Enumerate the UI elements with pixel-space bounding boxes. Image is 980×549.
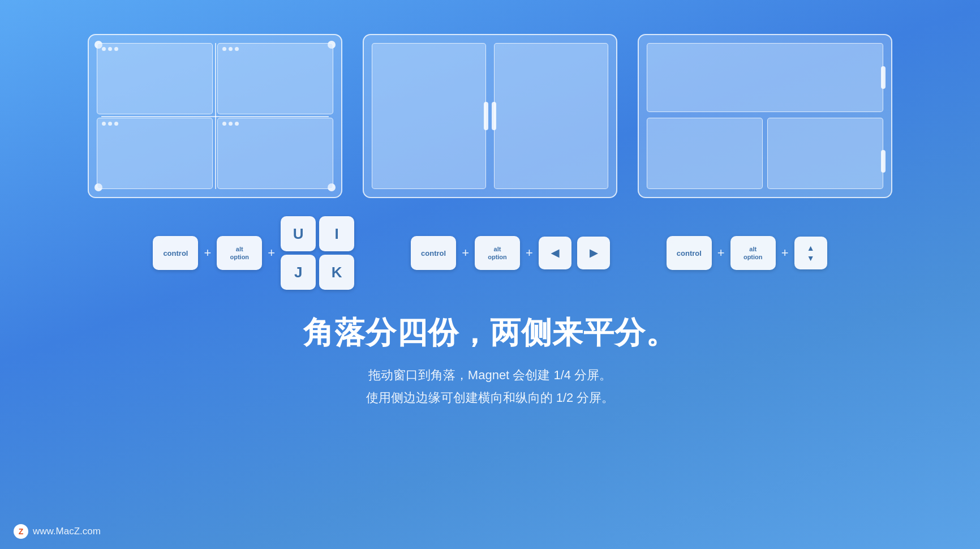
main-title: 角落分四份，两侧来平分。 [0,312,980,354]
monitor-two-halves [363,34,617,198]
window-bottom-right-q [767,118,883,189]
window-top-right [217,43,333,114]
vertical-divider [215,43,216,188]
resize-handle-left [492,102,496,130]
monitors-row [0,0,980,198]
key-control-1: control [153,236,198,270]
window-bottom-left-q [647,118,763,189]
footer-logo-icon: Z [14,524,28,539]
resize-handle-right-mid [881,66,886,89]
key-K: K [319,255,354,290]
plus-4: + [526,246,533,260]
window-bottom-left [97,118,213,189]
key-control-3: control [667,236,712,270]
window-bottom-right [217,118,333,189]
traffic-lights [102,47,118,51]
keys-uijk-grid: U I J K [281,216,354,290]
traffic-lights [222,47,239,51]
sub-line-1: 拖动窗口到角落，Magnet 会创建 1/4 分屏。 [0,364,980,387]
window-top-full [647,43,883,112]
key-alt-option-2: alt option [475,236,520,270]
monitor-four-quadrants [88,34,342,198]
plus-5: + [717,246,725,260]
shortcut-group-halves-ud: control + alt option + ▲ ▼ [667,236,827,270]
sub-line-2: 使用侧边边缘可创建横向和纵向的 1/2 分屏。 [0,387,980,409]
key-I: I [319,216,354,251]
traffic-lights [222,122,239,126]
window-left-half [372,43,486,189]
window-right-half [494,43,608,189]
plus-2: + [268,246,275,260]
footer: Z www.MacZ.com [14,524,101,539]
resize-handle-right-bot [881,150,886,173]
window-top-left [97,43,213,114]
sub-text: 拖动窗口到角落，Magnet 会创建 1/4 分屏。 使用侧边边缘可创建横向和纵… [0,364,980,409]
key-arrow-left: ◀ [539,237,571,269]
key-control-2: control [411,236,456,270]
resize-handle-right [484,102,488,130]
traffic-lights [102,122,118,126]
key-U: U [281,216,316,251]
plus-3: + [462,246,469,260]
key-arrow-right: ▶ [577,237,610,269]
key-J: J [281,255,316,290]
shortcut-group-halves-lr: control + alt option + ◀ ▶ [411,236,610,270]
shortcuts-row: control + alt option + U I J K control +… [0,216,980,290]
plus-6: + [781,246,789,260]
key-alt-option-1: alt option [217,236,262,270]
text-section: 角落分四份，两侧来平分。 拖动窗口到角落，Magnet 会创建 1/4 分屏。 … [0,312,980,409]
footer-url: www.MacZ.com [33,526,101,537]
plus-1: + [204,246,211,260]
key-arrow-up-down: ▲ ▼ [794,237,827,269]
key-alt-option-3: alt option [730,236,776,270]
shortcut-group-corners: control + alt option + U I J K [153,216,354,290]
monitor-top-plus-quarters [638,34,892,198]
